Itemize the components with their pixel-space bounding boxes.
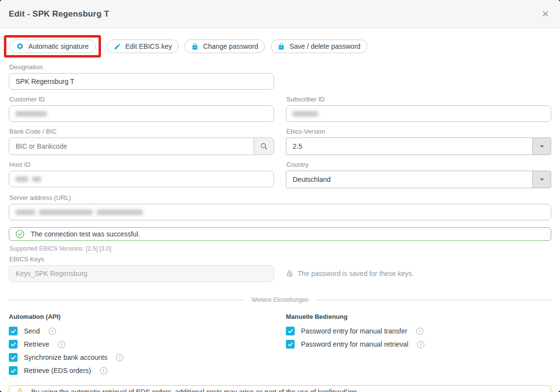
dropdown-button[interactable] [532,138,551,155]
field-customer-id: Customer ID [9,90,274,122]
checkbox-row-manual-retrieval: Password entry for manual retrieval [286,340,551,349]
edit-connection-dialog: Edit - SPK Regensburg T ✕ Automatic sign… [0,0,560,392]
checkbox-label: Synchronize bank accounts [24,353,107,361]
divider-label: Weitere Einstellungen [252,296,309,303]
keys-password-note: The password is saved for these keys. [286,270,414,277]
automatic-signature-button[interactable]: Automatic signature [9,39,96,53]
toolbar: Automatic signature Edit EBICS key Chang… [9,35,551,58]
field-host-id: Host ID [9,155,274,188]
server-url-label: Server address (URL) [9,194,551,201]
row-host-country: Host ID Country Deutschland [9,155,551,188]
eds-cost-warning-alert: By using the automatic retrieval of EDS … [9,385,551,392]
row-ids: Customer ID Subscriber ID [9,90,551,122]
redacted-value [16,176,28,182]
ebics-keys-input [9,265,274,282]
field-ebics-version: Ebics-Version 2.5 [286,122,551,155]
button-label: Save / delete password [289,42,360,50]
customer-id-input[interactable] [9,105,274,122]
info-icon[interactable] [49,328,56,335]
pencil-icon [114,43,121,50]
success-message: The connection test was successful. [31,230,140,238]
manual-retrieval-checkbox[interactable] [286,340,295,349]
checkbox-row-retrieve-eds: Retrieve (EDS orders) [9,366,274,375]
button-label: Automatic signature [28,42,89,50]
bank-code-label: Bank Code / BIC [9,128,274,135]
redacted-value [32,176,41,182]
ebics-version-label: Ebics-Version [286,128,551,135]
field-bank-code: Bank Code / BIC [9,122,274,155]
dropdown-button[interactable] [532,171,551,188]
field-country: Country Deutschland [286,155,551,188]
checkbox-row-manual-transfer: Password entry for manual transfer [286,327,551,335]
search-icon [260,142,268,151]
info-icon[interactable] [100,367,107,374]
check-icon [10,368,17,374]
ebics-version-select[interactable]: 2.5 [286,137,551,155]
ebics-version-value: 2.5 [293,142,302,150]
subscriber-id-input[interactable] [286,105,551,122]
change-password-button[interactable]: Change password [184,39,265,53]
country-label: Country [286,161,551,168]
designation-input[interactable] [9,73,274,90]
warning-triangle-icon [15,387,25,392]
lock-keypad-icon [191,43,199,50]
checkbox-label: Password entry for manual transfer [301,327,407,335]
checkbox-row-sync-accounts: Synchronize bank accounts [9,353,274,362]
country-select[interactable]: Deutschland [286,171,551,188]
checkbox-label: Retrieve [24,340,49,348]
save-delete-password-button[interactable]: Save / delete password [271,39,367,53]
checkbox-row-retrieve: Retrieve [9,340,274,349]
manual-heading: Manuelle Bedienung [286,313,551,320]
host-id-label: Host ID [9,161,274,168]
check-icon [10,354,17,361]
edit-ebics-key-button[interactable]: Edit EBICS key [107,39,179,53]
info-icon[interactable] [416,328,423,335]
settings-columns: Automation (API) Send Retrieve Synchroni… [9,313,551,379]
manual-column: Manuelle Bedienung Password entry for ma… [286,313,551,379]
retrieve-eds-checkbox[interactable] [9,366,18,375]
dialog-header: Edit - SPK Regensburg T ✕ [0,0,560,28]
redacted-value [16,210,35,215]
check-circle-icon [15,229,25,239]
automation-column: Automation (API) Send Retrieve Synchroni… [9,313,274,379]
lock-check-icon [286,270,294,277]
server-url-input[interactable] [9,204,551,220]
close-icon[interactable]: ✕ [541,9,549,19]
manual-transfer-checkbox[interactable] [286,327,295,335]
highlight-box: Automatic signature [4,35,101,58]
checkbox-label: Retrieve (EDS orders) [24,367,91,374]
field-subscriber-id: Subscriber ID [286,90,551,122]
row-ebics-keys: The password is saved for these keys. [9,265,551,282]
synchronize-accounts-checkbox[interactable] [9,353,18,362]
info-icon[interactable] [116,354,123,361]
subscriber-id-label: Subscriber ID [286,96,551,103]
lock-icon [278,43,285,50]
redacted-value [293,111,318,117]
chevron-down-icon [540,145,544,148]
gear-icon [16,42,24,50]
redacted-value [16,111,47,117]
ebics-keys-label: EBICS Keys [9,255,551,263]
host-id-input[interactable] [9,171,274,187]
check-icon [10,328,17,334]
country-value: Deutschland [293,176,331,183]
send-checkbox[interactable] [9,327,18,335]
redacted-value [39,210,93,215]
check-icon [10,341,17,348]
customer-id-label: Customer ID [9,96,274,103]
button-label: Change password [203,42,258,50]
bank-search-button[interactable] [254,137,274,155]
retrieve-checkbox[interactable] [9,340,18,349]
bank-code-input[interactable] [9,137,254,155]
connection-success-alert: The connection test was successful. [9,227,551,241]
field-designation: Designation [9,58,274,90]
supported-versions-text: Supported EBICS Versions: [2.5] [3.0] [9,245,551,252]
chevron-down-icon [540,178,544,181]
field-ebics-keys: EBICS Keys The password is saved for the… [9,252,551,282]
warning-message: By using the automatic retrieval of EDS … [31,388,359,392]
checkbox-row-send: Send [9,327,274,335]
info-icon[interactable] [417,341,424,348]
row-designation: Designation [9,58,551,90]
info-icon[interactable] [58,341,65,348]
row-bank-version: Bank Code / BIC Ebics-Version 2.5 [9,122,551,155]
